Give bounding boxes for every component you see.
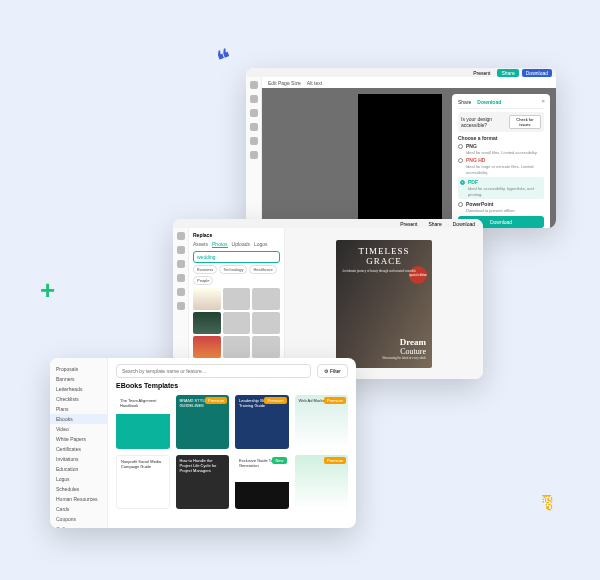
template-card[interactable]: How to Handle the Project Life Cycle for… bbox=[176, 455, 230, 509]
sidebar-item[interactable]: Proposals bbox=[50, 364, 107, 374]
choose-format-label: Choose a format bbox=[458, 135, 544, 141]
magazine-cover[interactable]: TIMELESS GRACE special edition An intima… bbox=[336, 240, 432, 368]
download-window: Present Share Download Edit Page Size Al… bbox=[246, 68, 556, 228]
download-panel: × Share Download Is your design accessib… bbox=[452, 94, 550, 228]
filter-button[interactable]: ⚙Filter bbox=[317, 364, 348, 378]
tag-business[interactable]: Business bbox=[193, 265, 217, 274]
premium-badge: Premium bbox=[264, 397, 286, 404]
sidebar-item[interactable]: Coupons bbox=[50, 514, 107, 524]
panel-tab-download[interactable]: Download bbox=[477, 99, 501, 105]
photo-thumb[interactable] bbox=[223, 288, 251, 310]
tag-people[interactable]: People bbox=[193, 276, 213, 285]
sidebar-item[interactable]: Letterheads bbox=[50, 384, 107, 394]
sidebar-item[interactable]: Human Resources bbox=[50, 494, 107, 504]
format-option-pdf[interactable]: PDFIdeal for accessibility, hyperlinks, … bbox=[458, 177, 544, 199]
photo-grid bbox=[193, 288, 280, 358]
canvas-page[interactable] bbox=[358, 94, 442, 228]
sidebar-item[interactable]: Invitations bbox=[50, 454, 107, 464]
present-button[interactable]: Present bbox=[396, 220, 421, 228]
sidebar-item[interactable]: Schedules bbox=[50, 484, 107, 494]
panel-tab-share[interactable]: Share bbox=[458, 99, 471, 105]
template-grid: The Team Alignment Handbook PremiumBRAND… bbox=[116, 395, 348, 509]
close-icon[interactable]: × bbox=[541, 98, 545, 104]
photo-thumb[interactable] bbox=[223, 336, 251, 358]
photo-thumb[interactable] bbox=[252, 312, 280, 334]
sidebar-item[interactable]: Plans bbox=[50, 404, 107, 414]
sidebar-item[interactable]: Logos bbox=[50, 474, 107, 484]
photo-thumb[interactable] bbox=[252, 288, 280, 310]
template-card[interactable]: PremiumLeadership Skills Training Guide bbox=[235, 395, 289, 449]
editor-tabs: Edit Page Size Alt text bbox=[262, 77, 556, 88]
editor-window: Present Share Download Replace Assets Ph… bbox=[173, 219, 483, 379]
tab-logos[interactable]: Logos bbox=[254, 241, 268, 248]
accessibility-question: Is your design accessible? Check for iss… bbox=[458, 112, 544, 132]
template-category-sidebar: Proposals Banners Letterheads Checklists… bbox=[50, 358, 108, 528]
templates-window: Proposals Banners Letterheads Checklists… bbox=[50, 358, 356, 528]
new-badge: New bbox=[272, 457, 286, 464]
top-toolbar: Present Share Download bbox=[246, 68, 556, 77]
decorative-plus-icon: + bbox=[40, 275, 55, 306]
sidebar-item[interactable]: White Papers bbox=[50, 434, 107, 444]
photo-search-input[interactable]: wedding bbox=[193, 251, 280, 263]
editor-canvas: × Share Download Is your design accessib… bbox=[262, 88, 556, 228]
sidebar-item-ebooks[interactable]: Ebooks bbox=[50, 414, 107, 424]
check-issues-button[interactable]: Check for issues bbox=[509, 115, 541, 129]
present-button[interactable]: Present bbox=[469, 69, 494, 77]
sidebar-item[interactable]: Cards bbox=[50, 504, 107, 514]
premium-badge: Premium bbox=[324, 397, 346, 404]
filter-icon: ⚙ bbox=[324, 368, 328, 374]
photo-thumb[interactable] bbox=[252, 336, 280, 358]
tag-healthcare[interactable]: Healthcare bbox=[249, 265, 276, 274]
share-button[interactable]: Share bbox=[424, 220, 445, 228]
decorative-swirl-icon: ೄ bbox=[541, 488, 552, 514]
photo-thumb[interactable] bbox=[223, 312, 251, 334]
template-search-input[interactable] bbox=[116, 364, 311, 378]
magazine-title: TIMELESS GRACE bbox=[342, 246, 426, 266]
tab-assets[interactable]: Assets bbox=[193, 241, 208, 248]
sidebar-item[interactable]: Certificates bbox=[50, 444, 107, 454]
photo-thumb[interactable] bbox=[193, 336, 221, 358]
sidebar-item[interactable]: Education bbox=[50, 464, 107, 474]
download-button[interactable]: Download bbox=[522, 69, 552, 77]
photo-thumb[interactable] bbox=[193, 312, 221, 334]
tag-technology[interactable]: Technology bbox=[219, 265, 247, 274]
decorative-stroke-icon: ❝ bbox=[213, 43, 237, 77]
format-option-png-hd[interactable]: PNG HDIdeal for large or intricate files… bbox=[458, 157, 544, 175]
photo-tags: Business Technology Healthcare People bbox=[193, 265, 280, 285]
format-option-png[interactable]: PNGIdeal for small files. Limited access… bbox=[458, 143, 544, 155]
top-toolbar: Present Share Download bbox=[173, 219, 483, 228]
templates-heading: EBooks Templates bbox=[116, 382, 348, 389]
download-button[interactable]: Download bbox=[449, 220, 479, 228]
editor-stage: TIMELESS GRACE special edition An intima… bbox=[285, 228, 483, 379]
template-card[interactable]: Nonprofit Social Media Campaign Guide bbox=[116, 455, 170, 509]
template-card[interactable]: PremiumWeb Ad Marketing bbox=[295, 395, 349, 449]
sidebar-item[interactable]: Banners bbox=[50, 374, 107, 384]
replace-title: Replace bbox=[193, 232, 280, 238]
magazine-side-text: An intimate journey of beauty through ea… bbox=[342, 270, 416, 274]
premium-badge: Premium bbox=[324, 457, 346, 464]
template-card[interactable]: PremiumBRAND STYLE GUIDELINES bbox=[176, 395, 230, 449]
template-card[interactable]: Premium bbox=[295, 455, 349, 509]
tab-alt-text[interactable]: Alt text bbox=[307, 80, 322, 85]
format-option-powerpoint[interactable]: PowerPointDownload to present offline. bbox=[458, 201, 544, 213]
premium-badge: Premium bbox=[205, 397, 227, 404]
editor-left-rail bbox=[246, 77, 262, 228]
sidebar-item[interactable]: Collages bbox=[50, 524, 107, 528]
magazine-headline: Dream Couture Showcasing the latest in e… bbox=[382, 337, 426, 360]
sidebar-item[interactable]: Checklists bbox=[50, 394, 107, 404]
tab-photos[interactable]: Photos bbox=[212, 241, 228, 248]
replace-panel: Replace Assets Photos Uploads Logos wedd… bbox=[189, 228, 285, 379]
template-card[interactable]: NewExclusive Guide To Lead Generation bbox=[235, 455, 289, 509]
photo-thumb[interactable] bbox=[193, 288, 221, 310]
sidebar-item[interactable]: Video bbox=[50, 424, 107, 434]
share-button[interactable]: Share bbox=[497, 69, 518, 77]
template-card[interactable]: The Team Alignment Handbook bbox=[116, 395, 170, 449]
tab-edit-page-size[interactable]: Edit Page Size bbox=[268, 80, 301, 85]
tab-uploads[interactable]: Uploads bbox=[232, 241, 250, 248]
editor-left-rail bbox=[173, 228, 189, 379]
